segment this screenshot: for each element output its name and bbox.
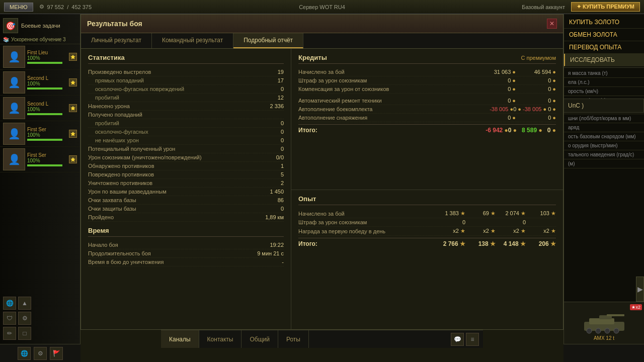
tank-name: AMX 12 t <box>594 335 614 341</box>
stats-panel: Статистика Произведено выстрелов 19 прям… <box>81 49 291 331</box>
exp-total-label: Итого: <box>298 240 435 247</box>
stat-penetration: ость базовым снарядом (мм) <box>564 132 644 141</box>
crew-rank-1: First Lieu <box>27 50 67 55</box>
globe-icon[interactable]: 🌐 <box>3 297 16 310</box>
chat-tab-companies[interactable]: Роты <box>278 330 309 348</box>
missions-label: Боевые задачи <box>21 23 60 29</box>
settings-icon[interactable]: ⚙ <box>18 312 31 325</box>
stat-shots: Произведено выстрелов 19 <box>88 68 284 76</box>
time-till-destroy-label: Время в бою до уничтожения <box>88 259 164 265</box>
buy-gold-button[interactable]: КУПИТЬ ЗОЛОТО <box>564 16 644 29</box>
tab-personal[interactable]: Личный результат <box>81 33 152 48</box>
credit-penalty-label: Штраф за урон союзникам <box>298 77 475 83</box>
credit-repair-normal: 0 ● <box>475 98 516 104</box>
stat-hits-received-label: Получено попаданий <box>88 112 142 118</box>
credit-battle-premium: 46 594 ● <box>516 69 556 75</box>
credit-row-repair: Автоматический ремонт техники 0 ● 0 ● <box>298 97 556 105</box>
stat-spotted-value: 1 <box>264 163 284 169</box>
credit-battle-normal: 31 063 ● <box>475 69 516 75</box>
stat-defense-points-value: 0 <box>264 206 284 212</box>
stat-penetrations: пробитий 12 <box>88 94 284 102</box>
crew-pct-1: 100% <box>27 55 67 61</box>
stat-pen-received-label: пробитий <box>95 120 119 126</box>
credits-premium-label: С премиумом <box>521 55 556 61</box>
right-panel: Кредиты С премиумом Начислено за бой 31 … <box>291 49 563 331</box>
box-icon[interactable]: □ <box>18 327 31 340</box>
premium-button[interactable]: ✦ КУПИТЬ ПРЕМИУМ <box>571 2 640 12</box>
time-duration-label: Продолжительность боя <box>88 250 151 256</box>
menu-separator <box>564 67 644 68</box>
chat-list-button[interactable]: ≡ <box>466 333 479 346</box>
sidebar: 🎯 Боевые задачи 📚 Ускоренное обучение 3 … <box>0 14 80 362</box>
crew-rank-5: First Ser <box>27 152 67 158</box>
crew-item-5[interactable]: 👤 First Ser 100% ⭐ <box>0 147 80 172</box>
exp-first-win-label: Награда за первую победу в день <box>298 228 435 234</box>
top-bar: МЕНЮ ⚙ 97 552 / 452 375 Сервер WOT RU4 Б… <box>0 0 644 14</box>
close-button[interactable]: ✕ <box>547 19 557 29</box>
exp-battle-v4: 103 ★ <box>526 210 556 217</box>
chevron-up-icon[interactable]: ▲ <box>18 297 31 310</box>
exp-total-row: Итого: 2 766 ★ 138 ★ 4 148 ★ 206 ★ <box>298 238 556 249</box>
tabs: Личный результат Командный результат Под… <box>81 33 563 49</box>
bottom-gear-icon[interactable]: ⚙ <box>34 347 47 360</box>
credit-equip-normal: 0 ● <box>475 115 516 121</box>
crew-rank-4: First Ser <box>27 127 67 132</box>
crew-rank-3: Second L <box>27 101 67 107</box>
tank-preview[interactable]: ★x2 AMX 12 t <box>564 302 644 348</box>
chat-tab-general[interactable]: Общий <box>242 330 278 348</box>
svg-rect-3 <box>607 314 624 316</box>
credit-repair-premium: 0 ● <box>516 98 556 104</box>
stat-potential-damage-label: Потенциальный полученный урон <box>88 146 175 152</box>
exp-total-v3: 4 148 ★ <box>496 240 526 247</box>
shield-icon[interactable]: 🛡 <box>3 312 16 325</box>
stat-damaged-value: 5 <box>264 171 284 177</box>
crew-skill-icon-5: ⭐ <box>69 155 77 163</box>
crew-bar-fill-5 <box>27 164 62 166</box>
bottom-globe-icon[interactable]: 🌐 <box>18 347 31 360</box>
crew-info-5: First Ser 100% <box>27 152 67 166</box>
stat-pen-received-value: 0 <box>264 120 284 126</box>
crew-item-2[interactable]: 👤 Second L 100% ⭐ <box>0 70 80 96</box>
exchange-gold-button[interactable]: ОБМЕН ЗОЛОТА <box>564 29 644 41</box>
crew-item-1[interactable]: 👤 First Lieu 100% ⭐ <box>0 44 80 70</box>
time-duration-value: 9 мин 21 с <box>257 250 284 256</box>
stat-distance: Пройдено 1,89 км <box>88 213 284 222</box>
crew-item-3[interactable]: 👤 Second L 100% ⭐ <box>0 96 80 121</box>
chat-tab-channels[interactable]: Каналы <box>161 330 199 348</box>
stat-speed: орость (км/ч) <box>564 87 644 96</box>
stat-rate-of-fire: о орудия (выстр/мин) <box>564 141 644 150</box>
credit-penalty-premium: 0 ● <box>516 77 556 83</box>
stat-shots-label: Произведено выстрелов <box>88 69 151 75</box>
crew-skill-icon-3: ⭐ <box>69 104 77 112</box>
crew-item-4[interactable]: 👤 First Ser 100% ⭐ <box>0 121 80 147</box>
menu-button[interactable]: МЕНЮ <box>4 3 33 12</box>
credit-total-normal: -6 942 ● <box>468 127 508 134</box>
time-duration: Продолжительность боя 9 мин 21 с <box>88 249 284 258</box>
tab-detailed[interactable]: Подробный отчёт <box>233 33 303 48</box>
crew-pct-3: 100% <box>27 107 67 112</box>
stat-direct-hits-value: 17 <box>264 77 284 83</box>
research-button[interactable]: ИССЛЕДОВАТЬ <box>564 54 644 66</box>
xp-current: 97 552 <box>47 4 64 10</box>
credit-compensation-premium: 0 ● <box>516 86 556 92</box>
crew-pct-5: 100% <box>27 158 67 163</box>
nav-arrow-right[interactable]: ▶ <box>636 277 644 302</box>
pencil-icon[interactable]: ✏ <box>3 327 16 340</box>
right-sidebar: КУПИТЬ ЗОЛОТО ОБМЕН ЗОЛОТА ПЕРЕВОД ОПЫТА… <box>564 14 644 326</box>
exp-total-v1: 2 766 ★ <box>435 240 465 247</box>
stat-no-damage-hits-label: не нанёших урон <box>95 137 139 143</box>
crew-pct-2: 100% <box>27 81 67 86</box>
exp-penalty-label: Штраф за урон союзникам <box>298 219 435 225</box>
exp-penalty-v3: 0 <box>496 219 526 225</box>
transfer-xp-button[interactable]: ПЕРЕВОД ОПЫТА <box>564 41 644 54</box>
chat-tab-contacts[interactable]: Контакты <box>199 330 242 348</box>
chat-emoji-button[interactable]: 💬 <box>451 333 464 346</box>
credits-section: Кредиты С премиумом Начислено за бой 31 … <box>291 49 563 190</box>
time-start-label: Начало боя <box>88 242 118 248</box>
stat-no-damage-hits-value: 0 <box>264 137 284 143</box>
bottom-flag-icon[interactable]: 🚩 <box>50 347 63 360</box>
sidebar-missions[interactable]: 🎯 Боевые задачи <box>0 16 80 35</box>
stat-spotted-damage: Урон по вашим разведданным 1 450 <box>88 188 284 196</box>
stat-shots-value: 19 <box>264 69 284 75</box>
tab-team[interactable]: Командный результат <box>152 33 233 48</box>
